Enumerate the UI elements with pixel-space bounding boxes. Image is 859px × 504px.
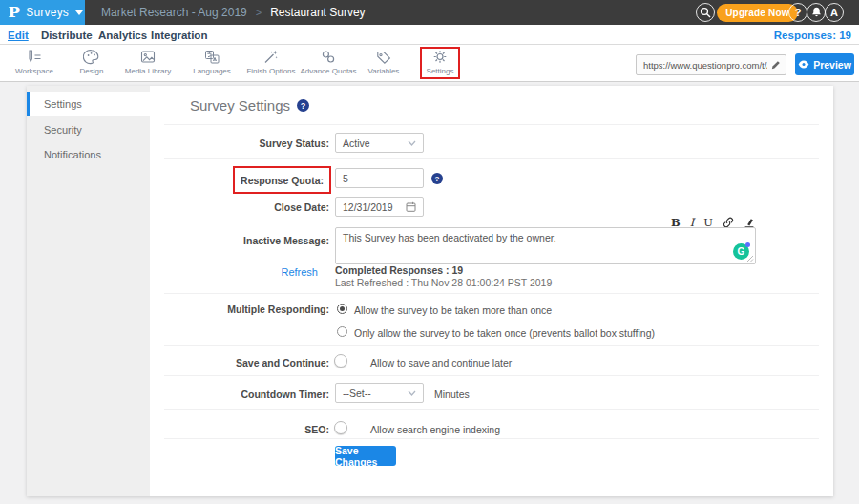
page-help-icon[interactable]: ?: [297, 99, 309, 112]
refresh-link[interactable]: Refresh: [281, 266, 318, 278]
seo-label: SEO:: [304, 424, 329, 435]
response-quota-label: Response Quota:: [241, 175, 324, 186]
breadcrumb: Market Research - Aug 2019 > Restaurant …: [101, 0, 366, 25]
questionpro-logo-icon: P: [8, 4, 19, 21]
product-label: Surveys: [26, 6, 69, 19]
save-continue-text: Allow to save and continue later: [370, 357, 512, 368]
save-changes-button[interactable]: Save Changes: [335, 446, 396, 466]
save-continue-label: Save and Continue:: [236, 357, 329, 368]
image-icon: [139, 49, 157, 65]
bell-icon: [811, 7, 822, 18]
divider: [164, 345, 819, 346]
divider: [164, 158, 819, 159]
search-icon: [700, 7, 711, 18]
sidebar-item-label: Security: [44, 124, 82, 136]
survey-status-label: Survey Status:: [259, 137, 329, 149]
completed-responses-stat: Completed Responses : 19: [335, 264, 463, 276]
toolbar-item-label: Languages: [193, 67, 231, 75]
settings-highlight-box: [420, 47, 460, 79]
notifications-button[interactable]: [807, 3, 826, 22]
magic-wand-icon: [262, 49, 280, 65]
chain-links-icon: [320, 49, 337, 65]
radio-multiple-allowed-label[interactable]: Allow the survey to be taken more than o…: [354, 304, 552, 316]
workspace-icon: [26, 49, 43, 65]
palette-icon: [83, 49, 100, 65]
account-avatar[interactable]: A: [825, 3, 844, 22]
close-date-input[interactable]: 12/31/2019: [335, 197, 424, 217]
radio-once-only[interactable]: [337, 326, 347, 337]
nav-tab-analytics[interactable]: Analytics: [98, 30, 147, 41]
seo-text: Allow search engine indexing: [370, 424, 500, 435]
nav-tab-distribute[interactable]: Distribute: [41, 30, 93, 41]
preview-button[interactable]: Preview: [795, 53, 854, 75]
resize-handle[interactable]: [746, 255, 754, 262]
page-title: Survey Settings ?: [190, 97, 309, 114]
divider: [164, 438, 819, 439]
sidebar-item-label: Notifications: [44, 149, 101, 160]
quota-help-icon[interactable]: ?: [431, 173, 443, 184]
sidebar-item-notifications[interactable]: Notifications: [27, 142, 150, 167]
chevron-down-icon: [75, 10, 83, 15]
countdown-timer-value: --Set--: [343, 388, 371, 399]
pencil-icon[interactable]: [771, 60, 781, 70]
upgrade-now-button[interactable]: Upgrade Now: [717, 4, 798, 22]
page-title-text: Survey Settings: [190, 97, 290, 114]
toolbar-item-label: Finish Options: [246, 67, 295, 75]
countdown-timer-suffix: Minutes: [434, 388, 470, 400]
divider: [164, 375, 819, 376]
toolbar-item-label: Advance Quotas: [300, 67, 356, 75]
response-quota-highlight-box: Response Quota:: [233, 166, 331, 194]
toolbar-item-label: Design: [80, 67, 104, 75]
grammarly-letter: G: [738, 246, 745, 257]
toggle-knob: [334, 421, 347, 434]
response-quota-input[interactable]: [335, 168, 424, 188]
chevron-down-icon: [408, 140, 416, 146]
sidebar-item-label: Settings: [44, 98, 82, 110]
toolbar-item-label: Variables: [368, 67, 400, 75]
search-button[interactable]: [696, 3, 715, 22]
breadcrumb-separator: >: [256, 7, 262, 18]
radio-once-only-label[interactable]: Only allow the survey to be taken once (…: [354, 327, 655, 339]
survey-status-select[interactable]: Active: [335, 133, 424, 153]
sidebar-item-settings[interactable]: Settings: [27, 92, 150, 116]
close-date-label: Close Date:: [274, 201, 329, 213]
multiple-responding-label: Multiple Responding:: [227, 304, 329, 315]
toolbar-item-media-library[interactable]: Media Library: [115, 49, 181, 75]
tag-icon: [375, 49, 392, 65]
survey-url-text: https://www.questionpro.com/t/APNrfZ: [643, 60, 767, 71]
inactive-message-textarea[interactable]: This Survey has been deactivated by the …: [335, 227, 756, 264]
toolbar-item-languages[interactable]: Languages: [178, 49, 245, 75]
calendar-icon[interactable]: [406, 201, 416, 212]
product-switcher[interactable]: P Surveys: [0, 0, 85, 25]
divider: [164, 409, 819, 410]
chevron-down-icon: [408, 390, 416, 396]
divider: [164, 124, 819, 125]
inactive-message-text: This Survey has been deactivated by the …: [343, 232, 556, 243]
question-mark-icon: ?: [795, 7, 802, 18]
survey-url-field[interactable]: https://www.questionpro.com/t/APNrfZ: [636, 54, 786, 75]
translate-icon: [203, 49, 220, 65]
countdown-timer-label: Countdown Timer:: [241, 388, 329, 400]
toolbar-item-label: Media Library: [125, 67, 171, 75]
nav-tab-integration[interactable]: Integration: [151, 30, 207, 41]
close-date-value: 12/31/2019: [343, 201, 393, 213]
help-button[interactable]: ?: [788, 3, 807, 22]
inactive-message-label: Inactive Message:: [243, 235, 329, 246]
preview-label: Preview: [813, 59, 851, 71]
toggle-knob: [334, 354, 347, 368]
radio-multiple-allowed[interactable]: [337, 304, 347, 314]
responses-count[interactable]: Responses: 19: [774, 30, 851, 41]
nav-tab-edit[interactable]: Edit: [8, 30, 29, 41]
eye-icon: [798, 60, 809, 69]
sidebar-item-security[interactable]: Security: [27, 117, 150, 142]
breadcrumb-folder[interactable]: Market Research - Aug 2019: [101, 6, 247, 19]
countdown-timer-select[interactable]: --Set--: [335, 383, 424, 403]
grammarly-status-dot: [745, 242, 750, 247]
last-refreshed-stat: Last Refreshed : Thu Nov 28 01:00:24 PST…: [335, 277, 552, 288]
toolbar-item-label: Workspace: [15, 67, 53, 75]
survey-status-value: Active: [343, 137, 370, 149]
divider: [164, 293, 819, 294]
avatar-letter: A: [830, 7, 838, 18]
breadcrumb-survey-name: Restaurant Survey: [270, 6, 365, 19]
